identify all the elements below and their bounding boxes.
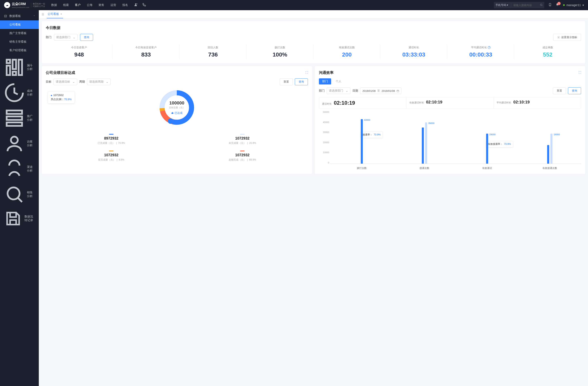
sidebar-icon: [4, 82, 24, 103]
donut-status: 已达成: [169, 111, 185, 115]
status-dot: [563, 4, 565, 6]
phone-icon[interactable]: [142, 3, 146, 8]
sidebar-item[interactable]: 成本分析: [0, 80, 39, 105]
topnav-item[interactable]: 财务: [99, 2, 104, 8]
toggle-dept[interactable]: 部门: [319, 78, 331, 84]
bar-group: 29000: [456, 112, 518, 164]
settings-button[interactable]: 设置显示指标: [553, 34, 581, 41]
mobile-icon[interactable]: [548, 3, 552, 7]
add-user-icon[interactable]: [134, 3, 138, 8]
card-comm: 沟通效率 ⛶ 部门 个人 部门 请选择部门⌄ 日期 2018/01/08 至: [315, 66, 585, 174]
metric: 有效通话次数200: [314, 44, 380, 59]
tab-label: 公司看板: [48, 12, 59, 16]
sidebar-icon: [4, 57, 24, 77]
chevron-down-icon: ▾: [583, 3, 584, 7]
chevron-down-icon: ⌄: [73, 36, 75, 39]
search-icon[interactable]: [540, 3, 543, 7]
dept-label: 部门: [319, 89, 325, 93]
comm-kpis: 通话时长02:10:19有效通话时长02:10:19平均通话时长02:10:19: [319, 97, 581, 109]
topnav-item[interactable]: 报名: [122, 2, 128, 8]
reset-button[interactable]: 重置: [553, 87, 566, 94]
close-icon[interactable]: ✕: [60, 13, 62, 16]
topnav-item[interactable]: 运营: [110, 2, 116, 8]
sidebar-group-dashboard[interactable]: 数据看板 ˄: [0, 12, 39, 20]
toggle-person[interactable]: 个人: [332, 78, 345, 84]
calendar-icon: [397, 90, 399, 92]
sidebar-group-title: 数据看板: [9, 14, 31, 18]
query-button[interactable]: 查询: [80, 34, 93, 41]
sidebar-item[interactable]: 销售主管看板: [0, 38, 39, 46]
thumbs-up-icon: [171, 112, 174, 114]
sidebar: 数据看板 ˄ 公司看板推广主管看板销售主管看板客户经理看板 漏斗分析成本分析推广…: [0, 10, 39, 386]
metric: 成交单数552: [514, 44, 581, 59]
hamburger-icon[interactable]: ☰: [42, 13, 44, 16]
logo-text: 云朵CRM: [12, 2, 29, 6]
bell-icon[interactable]: 5: [556, 3, 559, 7]
card-title: 今日数据: [46, 25, 581, 30]
bar-group: 43000: [330, 112, 393, 164]
sidebar-item[interactable]: 数据流转记录: [0, 207, 39, 230]
search-box: 手机号码 ▾: [494, 2, 545, 8]
sidebar-item[interactable]: 推广分析: [0, 105, 39, 131]
metric: 拨打次数100%: [247, 44, 314, 59]
sidebar-item[interactable]: 公司看板: [0, 20, 39, 29]
period-label: 周期: [79, 80, 85, 84]
sidebar-item[interactable]: 推广主管看板: [0, 29, 39, 38]
metric: 通话时长03:33:03: [380, 44, 447, 59]
topnav-item[interactable]: 数据: [51, 2, 57, 8]
sidebar-icon: [4, 210, 22, 228]
legend-item: 8972932已完成量（元） | 70.9%: [46, 131, 177, 148]
dept-select[interactable]: 请选择部门⌄: [327, 88, 350, 94]
metric: 回访人数736: [180, 44, 247, 59]
reset-button[interactable]: 重置: [280, 78, 293, 85]
legend-item: 1072932应完成量（元） | 8.9%: [46, 148, 177, 164]
top-nav: 数据线索客户公海财务运营报名: [51, 2, 128, 8]
kpi: 平均通话时长02:10:19: [494, 97, 581, 109]
logo-subtitle: 教育机构一站式服务云平台: [31, 3, 45, 8]
info-icon[interactable]: ?: [488, 46, 491, 49]
search-input[interactable]: [511, 4, 540, 7]
sidebar-item[interactable]: 客户经理看板: [0, 46, 39, 55]
topbar: ☁ 云朵CRM www.yunduocrm.com 教育机构一站式服务云平台 数…: [0, 0, 588, 10]
expand-icon[interactable]: ⛶: [305, 71, 308, 74]
expand-icon[interactable]: ⛶: [579, 71, 581, 74]
topnav-item[interactable]: 公海: [87, 2, 92, 8]
card-today: 今日数据 部门 请选择部门⌄ 查询 设置显示指标 今日首咨客户948今日有效首咨…: [42, 21, 585, 63]
search-mode-select[interactable]: 手机号码 ▾: [496, 3, 511, 7]
logo[interactable]: ☁ 云朵CRM www.yunduocrm.com 教育机构一站式服务云平台: [4, 2, 45, 8]
bar-chart: 50000400003000020000100000 接通率：70.9% 有效接…: [319, 111, 581, 170]
kpi: 有效通话时长02:10:19: [406, 97, 494, 109]
svg-point-10: [168, 118, 173, 124]
sidebar-item[interactable]: 销售分析: [0, 182, 39, 207]
donut-chart: 1072932 所占比例：70.9% 100000 目标总量（: [46, 86, 308, 129]
sidebar-item[interactable]: 漏斗分析: [0, 55, 39, 80]
target-label: 目标: [46, 80, 51, 84]
topnav-item[interactable]: 线索: [63, 2, 69, 8]
svg-point-1: [540, 4, 542, 5]
chevron-up-icon: ˄: [34, 15, 35, 17]
svg-point-5: [558, 37, 559, 38]
tab-company-dashboard[interactable]: 公司看板 ✕: [47, 10, 63, 18]
sidebar-icon: [4, 159, 24, 179]
notification-badge: 5: [557, 2, 561, 5]
period-select[interactable]: 请选择周期⌄: [87, 78, 111, 85]
logo-url: www.yunduocrm.com: [12, 6, 29, 8]
kpi: 通话时长02:10:19: [319, 97, 406, 109]
user-menu[interactable]: manager11 ▾: [563, 3, 584, 7]
query-button[interactable]: 查询: [295, 78, 308, 85]
legend-item: 1072932未完成量（元） | 20.9%: [177, 131, 308, 148]
gear-icon: [557, 36, 560, 39]
sidebar-icon: [4, 108, 24, 128]
dept-select[interactable]: 请选择部门⌄: [54, 34, 78, 41]
tabs-bar: ☰ 公司看板 ✕: [39, 10, 588, 18]
target-select[interactable]: 请选择目标⌄: [54, 78, 77, 85]
date-range-input[interactable]: 2018/01/08 至 2018/01/08: [360, 88, 401, 94]
date-label: 日期: [352, 89, 358, 93]
topnav-item[interactable]: 客户: [75, 2, 81, 8]
sidebar-item[interactable]: 渠道分析: [0, 156, 39, 182]
sidebar-icon: [4, 133, 24, 154]
query-button[interactable]: 查询: [568, 87, 581, 94]
metric: 今日首咨客户948: [46, 44, 113, 59]
sidebar-item[interactable]: 访客分析: [0, 131, 39, 156]
donut-value: 100000: [169, 100, 185, 106]
